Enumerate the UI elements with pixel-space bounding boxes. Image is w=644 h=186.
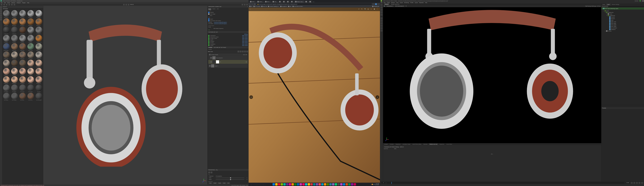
- layer-visibility-icon[interactable]: [209, 65, 210, 67]
- bottom-tab[interactable]: Content: [383, 143, 389, 145]
- tree-node[interactable]: ▸Preview: [602, 30, 644, 32]
- tset-eye-icon[interactable]: m_cable_rubber: [208, 38, 217, 39]
- tree-node[interactable]: Source2: [602, 16, 644, 18]
- sp-tb-redo[interactable]: [3, 4, 5, 6]
- material-thumb[interactable]: Concrete ...: [27, 35, 34, 43]
- clock-date[interactable]: 9/1/2023: [375, 184, 379, 185]
- tl-play-icon[interactable]: [636, 182, 638, 184]
- tset-eye-icon[interactable]: m_speakers: [208, 44, 215, 45]
- material-thumb[interactable]: Human bo...: [2, 68, 10, 76]
- sp-tb-r3[interactable]: [246, 4, 248, 6]
- material-tool-icon[interactable]: [0, 19, 2, 20]
- taskbar-app-icon[interactable]: [316, 183, 318, 185]
- brush-tool-icon[interactable]: [0, 6, 2, 8]
- taskbar-app-icon[interactable]: [281, 183, 283, 185]
- material-thumb[interactable]: Fabric Her...: [2, 51, 10, 59]
- prev-photo-icon[interactable]: ‹: [249, 95, 253, 99]
- texture-set-row[interactable]: m_meshMain shader: [208, 42, 248, 43]
- material-thumb[interactable]: Human Ne...: [35, 68, 43, 76]
- taskbar-app-icon[interactable]: [351, 183, 353, 185]
- material-thumb[interactable]: Aluminium...: [11, 10, 18, 18]
- timeline-end[interactable]: 24.00: [625, 182, 630, 184]
- material-thumb[interactable]: Iron rust s...: [27, 93, 34, 101]
- sp-3d-viewport[interactable]: [43, 6, 207, 184]
- browser-tab[interactable]: [282, 1, 286, 3]
- material-thumb[interactable]: Human Ne...: [35, 76, 43, 84]
- usd-menu-replicator[interactable]: Replicator: [419, 2, 424, 3]
- reload-icon[interactable]: ⟳: [254, 3, 256, 5]
- material-thumb[interactable]: Iron Wrought: [35, 93, 43, 101]
- sp-material-dropdown[interactable]: Material: [130, 4, 134, 6]
- info-icon[interactable]: ⓘ: [368, 8, 370, 10]
- material-thumb[interactable]: Concrete ...: [11, 35, 18, 43]
- menu-icon[interactable]: ⋮: [378, 3, 379, 5]
- sp-menu-help[interactable]: Help: [27, 2, 29, 3]
- material-thumb[interactable]: Fabric Fine...: [27, 43, 34, 51]
- material-thumb[interactable]: Fabric Soft: [35, 51, 43, 59]
- tree-toggle-icon[interactable]: ▸: [605, 31, 606, 32]
- material-thumb[interactable]: Concrete ...: [19, 35, 26, 43]
- usd-menu-layout[interactable]: Layout: [400, 2, 403, 3]
- tset-eye-icon[interactable]: m_steel: [208, 45, 213, 46]
- tset-shader[interactable]: Main shader: [242, 35, 248, 36]
- omni-texfolders-checkbox[interactable]: [208, 20, 210, 21]
- tset-settings-link[interactable]: Settings: [244, 34, 248, 35]
- layer-add-icon[interactable]: [602, 6, 604, 7]
- usd-menu-edit[interactable]: Edit: [384, 2, 386, 3]
- markup-tool-icon[interactable]: [380, 27, 382, 29]
- browser-tab[interactable]: [286, 1, 290, 3]
- clone-tool-icon[interactable]: [0, 17, 2, 18]
- material-thumb[interactable]: Iron Rough...: [11, 93, 18, 101]
- tree-node[interactable]: block_grille: [602, 23, 644, 24]
- tray-wifi-icon[interactable]: 📶: [372, 184, 373, 185]
- material-thumb[interactable]: Bronze Ar...: [27, 18, 34, 26]
- paint-tool-icon[interactable]: [380, 30, 382, 32]
- zoom-icon[interactable]: 🔍: [364, 8, 366, 10]
- browser-tab[interactable]: [290, 1, 294, 3]
- rendermovie-tab[interactable]: Render Movie Ext: [390, 3, 400, 5]
- tree-node[interactable]: mesh: [602, 19, 644, 21]
- tree-toggle-icon[interactable]: ▾: [606, 15, 607, 16]
- offset-slider[interactable]: [216, 179, 244, 180]
- measure-tool-icon[interactable]: [380, 17, 382, 19]
- tl-prev-icon[interactable]: [634, 182, 635, 184]
- browser-tab[interactable]: WebU...: [256, 1, 264, 3]
- bookmark-item[interactable]: Zte: [249, 6, 252, 7]
- share-icon[interactable]: ↗: [358, 8, 360, 10]
- material-thumb[interactable]: Human body...: [27, 60, 34, 67]
- browser-tab[interactable]: Photo - Goo...: [294, 1, 304, 3]
- material-thumb[interactable]: Human bo...: [27, 68, 34, 76]
- material-thumb[interactable]: Fabric Fine...: [35, 43, 43, 51]
- tray-chevron-icon[interactable]: ⌃: [370, 184, 371, 185]
- playhead[interactable]: [392, 182, 392, 184]
- tree-node[interactable]: wires_split2: [602, 24, 644, 26]
- omni-export-checkbox[interactable]: [208, 19, 210, 20]
- material-thumb[interactable]: Concrete A...: [35, 27, 43, 34]
- bookmark-item[interactable]: Gun Parts & Firear...: [292, 6, 304, 7]
- tree-node[interactable]: upper_wire: [602, 21, 644, 23]
- bottom-tab[interactable]: Painter Live Link: [429, 143, 438, 145]
- right-tab[interactable]: Layer: [606, 4, 611, 5]
- more-icon[interactable]: ⋮: [377, 8, 379, 10]
- sp-tb-view[interactable]: [14, 4, 15, 6]
- layer-visibility-icon[interactable]: [210, 57, 212, 59]
- texture-set-row[interactable]: m_goldMain shader: [208, 39, 248, 41]
- projection-value[interactable]: UV projection: [216, 175, 222, 177]
- channel-chip[interactable]: rough: [218, 182, 222, 184]
- bookmark-item[interactable]: GoogleDoc: [280, 6, 287, 7]
- usd-menu-tools[interactable]: Tools: [396, 2, 398, 3]
- tree-node[interactable]: wires_split3: [602, 26, 644, 27]
- material-thumb[interactable]: Human Ne...: [27, 76, 34, 84]
- tset-eye-icon[interactable]: m_gold: [208, 39, 213, 40]
- channel-chip[interactable]: nrm: [226, 182, 230, 184]
- taskbar-app-icon[interactable]: [332, 183, 334, 185]
- next-photo-icon[interactable]: ›: [376, 95, 379, 99]
- sp-tb-persp[interactable]: [126, 4, 127, 6]
- taskbar-app-icon[interactable]: [272, 183, 275, 185]
- layer-visibility-icon[interactable]: [210, 61, 212, 63]
- bookmark-item[interactable]: Product Catalog | A...: [268, 6, 279, 7]
- taskbar-app-icon[interactable]: [348, 183, 350, 185]
- taskbar-app-icon[interactable]: [294, 183, 296, 185]
- bottom-tab[interactable]: Sequencer: [438, 143, 446, 145]
- live-sync-button[interactable]: LIVE SYNC...: [642, 0, 644, 2]
